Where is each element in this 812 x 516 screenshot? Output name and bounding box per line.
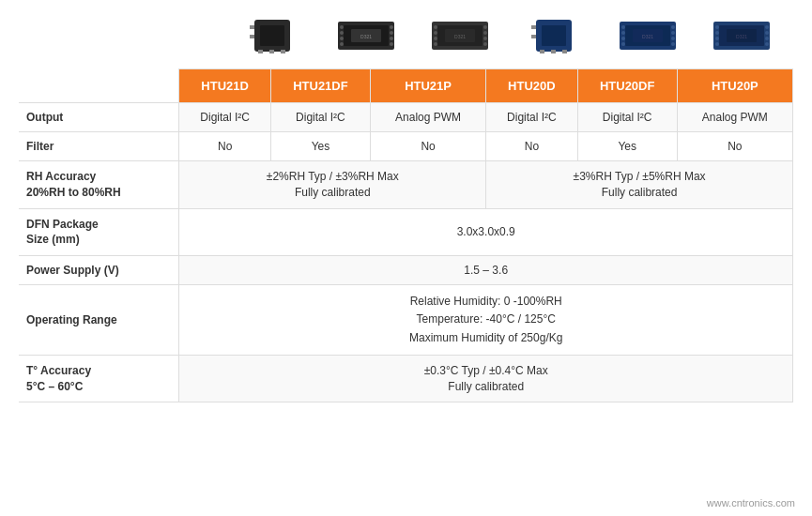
htu21d-chip-image <box>239 9 305 61</box>
cell-rh-right: ±3%RH Typ / ±5%RH Max Fully calibrated <box>486 161 793 209</box>
svg-rect-2 <box>258 50 263 53</box>
svg-point-10 <box>340 31 344 35</box>
svg-point-41 <box>621 31 625 35</box>
htu20p-chip-image: D321 <box>709 9 774 61</box>
svg-point-28 <box>483 42 487 46</box>
svg-rect-36 <box>531 25 536 29</box>
row-label-rh-accuracy: RH Accuracy 20%RH to 80%RH <box>19 161 179 209</box>
row-label-filter: Filter <box>19 132 179 161</box>
header-htu21p: HTU21P <box>370 69 485 103</box>
svg-point-42 <box>621 37 625 40</box>
header-htu21df: HTU21DF <box>270 69 370 103</box>
cell-filter-htu21p: No <box>370 132 485 161</box>
cell-filter-htu21d: No <box>179 132 270 161</box>
comparison-table: HTU21D HTU21DF HTU21P HTU20D HTU20DF HTU… <box>19 68 793 402</box>
svg-point-23 <box>434 37 437 40</box>
svg-rect-37 <box>531 35 536 38</box>
table-row: Operating Range Relative Humidity: 0 -10… <box>19 285 793 356</box>
htu21p-chip-image: D321 <box>427 9 493 61</box>
svg-point-26 <box>483 31 487 35</box>
cell-filter-htu20df: Yes <box>577 132 677 161</box>
table-row: RH Accuracy 20%RH to 80%RH ±2%RH Typ / ±… <box>19 161 793 209</box>
htu20d-chip-image <box>521 9 587 61</box>
svg-point-14 <box>390 31 393 35</box>
table-row: Power Supply (V) 1.5 – 3.6 <box>19 256 793 285</box>
svg-rect-35 <box>562 50 567 53</box>
svg-point-45 <box>671 31 675 35</box>
svg-rect-33 <box>540 50 544 53</box>
header-htu20d: HTU20D <box>486 69 577 103</box>
svg-text:D321: D321 <box>736 34 747 39</box>
table-row: Output Digital I²C Digital I²C Analog PW… <box>19 103 793 132</box>
svg-rect-4 <box>281 50 285 53</box>
svg-point-15 <box>390 37 393 40</box>
htu21df-chip-image: D321 <box>333 9 399 61</box>
svg-text:D321: D321 <box>360 34 372 39</box>
cell-t-accuracy: ±0.3°C Typ / ±0.4°C Max Fully calibrated <box>179 355 793 402</box>
svg-point-56 <box>765 25 769 29</box>
cell-power-supply: 1.5 – 3.6 <box>179 256 793 285</box>
cell-dfn: 3.0x3.0x0.9 <box>179 208 793 256</box>
svg-point-46 <box>671 37 675 40</box>
svg-point-25 <box>483 25 487 29</box>
svg-point-43 <box>621 42 625 46</box>
svg-rect-34 <box>551 50 556 53</box>
row-label-output: Output <box>19 103 179 132</box>
svg-point-21 <box>434 25 437 29</box>
page-wrapper: D321 D321 <box>0 0 812 412</box>
svg-point-22 <box>434 31 437 35</box>
htu20df-chip-image: D321 <box>615 9 681 61</box>
svg-point-47 <box>671 42 675 46</box>
header-empty <box>19 69 179 103</box>
chip-images-row: D321 D321 <box>150 9 793 61</box>
svg-point-58 <box>765 37 769 40</box>
svg-point-52 <box>715 25 719 29</box>
svg-point-57 <box>765 31 769 35</box>
svg-point-24 <box>434 42 437 46</box>
svg-point-44 <box>671 25 675 29</box>
svg-point-16 <box>390 42 393 46</box>
svg-point-40 <box>621 25 625 29</box>
cell-output-htu21df: Digital I²C <box>270 103 370 132</box>
cell-rh-left: ±2%RH Typ / ±3%RH Max Fully calibrated <box>179 161 486 209</box>
cell-filter-htu20p: No <box>677 132 792 161</box>
svg-rect-6 <box>250 35 254 38</box>
row-label-operating-range: Operating Range <box>19 285 179 356</box>
cell-filter-htu20d: No <box>486 132 577 161</box>
row-label-t-accuracy: T° Accuracy 5°C – 60°C <box>19 355 179 402</box>
svg-point-27 <box>483 37 487 40</box>
svg-point-53 <box>715 31 719 35</box>
svg-point-54 <box>715 37 719 40</box>
svg-point-13 <box>390 25 393 29</box>
cell-operating-range: Relative Humidity: 0 -100%RH Temperature… <box>179 285 793 356</box>
table-row: DFN Package Size (mm) 3.0x3.0x0.9 <box>19 208 793 256</box>
cell-output-htu21d: Digital I²C <box>179 103 270 132</box>
svg-rect-1 <box>260 25 284 46</box>
svg-point-55 <box>715 42 719 46</box>
svg-point-59 <box>765 42 769 46</box>
cell-output-htu20d: Digital I²C <box>486 103 577 132</box>
header-htu20df: HTU20DF <box>577 69 677 103</box>
cell-output-htu21p: Analog PWM <box>370 103 485 132</box>
table-row: Filter No Yes No No Yes No <box>19 132 793 161</box>
cell-filter-htu21df: Yes <box>270 132 370 161</box>
header-htu20p: HTU20P <box>677 69 792 103</box>
row-label-dfn: DFN Package Size (mm) <box>19 208 179 256</box>
cell-output-htu20df: Digital I²C <box>577 103 677 132</box>
svg-point-12 <box>340 42 344 46</box>
cell-output-htu20p: Analog PWM <box>677 103 792 132</box>
svg-point-11 <box>340 37 344 40</box>
watermark: www.cntronics.com <box>707 497 795 508</box>
svg-rect-32 <box>542 25 566 46</box>
svg-text:D321: D321 <box>454 34 466 39</box>
row-label-power-supply: Power Supply (V) <box>19 256 179 285</box>
table-header-row: HTU21D HTU21DF HTU21P HTU20D HTU20DF HTU… <box>19 69 793 103</box>
svg-rect-5 <box>250 25 254 29</box>
svg-rect-3 <box>269 50 274 53</box>
table-row: T° Accuracy 5°C – 60°C ±0.3°C Typ / ±0.4… <box>19 355 793 402</box>
header-htu21d: HTU21D <box>179 69 270 103</box>
svg-point-9 <box>340 25 344 29</box>
svg-text:D321: D321 <box>642 34 653 39</box>
